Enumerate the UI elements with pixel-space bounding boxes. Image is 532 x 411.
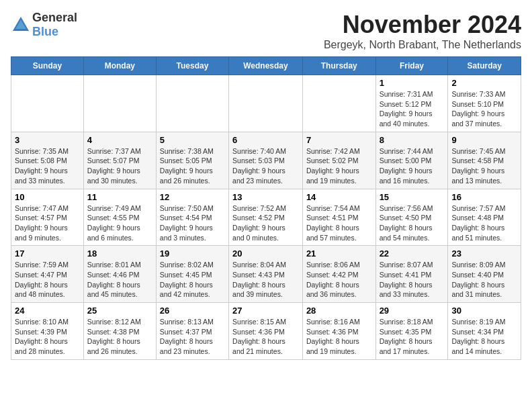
day-number: 20: [232, 248, 299, 259]
day-number: 19: [160, 248, 225, 259]
weekday-header: Monday: [83, 57, 156, 75]
month-title: November 2024: [324, 11, 521, 39]
calendar-cell: 7Sunrise: 7:42 AM Sunset: 5:02 PM Daylig…: [302, 132, 375, 189]
day-info: Sunrise: 8:16 AM Sunset: 4:36 PM Dayligh…: [306, 317, 372, 357]
day-info: Sunrise: 7:31 AM Sunset: 5:12 PM Dayligh…: [380, 89, 445, 129]
day-info: Sunrise: 7:44 AM Sunset: 5:00 PM Dayligh…: [380, 146, 445, 186]
calendar-week-row: 10Sunrise: 7:47 AM Sunset: 4:57 PM Dayli…: [11, 189, 521, 246]
day-number: 3: [15, 135, 80, 145]
day-info: Sunrise: 7:37 AM Sunset: 5:07 PM Dayligh…: [87, 146, 152, 186]
calendar-cell: [229, 75, 303, 132]
calendar-cell: 21Sunrise: 8:06 AM Sunset: 4:42 PM Dayli…: [302, 246, 375, 303]
weekday-header: Sunday: [11, 57, 84, 75]
calendar-cell: 15Sunrise: 7:56 AM Sunset: 4:50 PM Dayli…: [375, 189, 448, 246]
calendar-cell: 12Sunrise: 7:50 AM Sunset: 4:54 PM Dayli…: [156, 189, 228, 246]
calendar-cell: 5Sunrise: 7:38 AM Sunset: 5:05 PM Daylig…: [156, 132, 228, 189]
header: General Blue November 2024 Bergeyk, Nort…: [11, 11, 521, 51]
calendar-cell: 17Sunrise: 7:59 AM Sunset: 4:47 PM Dayli…: [11, 246, 84, 303]
day-info: Sunrise: 7:49 AM Sunset: 4:55 PM Dayligh…: [87, 203, 152, 243]
day-info: Sunrise: 8:01 AM Sunset: 4:46 PM Dayligh…: [87, 260, 152, 300]
calendar-cell: 14Sunrise: 7:54 AM Sunset: 4:51 PM Dayli…: [302, 189, 375, 246]
location-title: Bergeyk, North Brabant, The Netherlands: [324, 39, 521, 51]
day-number: 17: [15, 248, 80, 259]
calendar-cell: 8Sunrise: 7:44 AM Sunset: 5:00 PM Daylig…: [375, 132, 448, 189]
weekday-header: Tuesday: [156, 57, 228, 75]
day-number: 27: [232, 306, 299, 316]
day-number: 18: [87, 248, 152, 259]
calendar-cell: 26Sunrise: 8:13 AM Sunset: 4:37 PM Dayli…: [156, 303, 228, 360]
day-number: 23: [451, 248, 517, 259]
day-info: Sunrise: 8:15 AM Sunset: 4:36 PM Dayligh…: [232, 317, 299, 357]
calendar-cell: [302, 75, 375, 132]
calendar-cell: 13Sunrise: 7:52 AM Sunset: 4:52 PM Dayli…: [229, 189, 303, 246]
calendar-cell: 3Sunrise: 7:35 AM Sunset: 5:08 PM Daylig…: [11, 132, 84, 189]
day-info: Sunrise: 7:56 AM Sunset: 4:50 PM Dayligh…: [380, 203, 445, 243]
calendar-cell: [83, 75, 156, 132]
calendar-cell: 30Sunrise: 8:19 AM Sunset: 4:34 PM Dayli…: [448, 303, 521, 360]
logo: General Blue: [11, 11, 77, 39]
day-info: Sunrise: 8:18 AM Sunset: 4:35 PM Dayligh…: [380, 317, 445, 357]
day-number: 9: [451, 135, 517, 145]
day-number: 7: [306, 135, 372, 145]
day-info: Sunrise: 8:09 AM Sunset: 4:40 PM Dayligh…: [451, 260, 517, 300]
weekday-header-row: SundayMondayTuesdayWednesdayThursdayFrid…: [11, 57, 521, 75]
day-number: 22: [380, 248, 445, 259]
calendar-cell: [156, 75, 228, 132]
calendar-cell: 19Sunrise: 8:02 AM Sunset: 4:45 PM Dayli…: [156, 246, 228, 303]
day-info: Sunrise: 7:35 AM Sunset: 5:08 PM Dayligh…: [15, 146, 80, 186]
day-info: Sunrise: 7:47 AM Sunset: 4:57 PM Dayligh…: [15, 203, 80, 243]
day-number: 12: [160, 192, 225, 202]
logo-icon: [11, 15, 31, 35]
day-number: 14: [306, 192, 372, 202]
calendar-cell: 16Sunrise: 7:57 AM Sunset: 4:48 PM Dayli…: [448, 189, 521, 246]
day-number: 25: [87, 306, 152, 316]
calendar-cell: 22Sunrise: 8:07 AM Sunset: 4:41 PM Dayli…: [375, 246, 448, 303]
day-info: Sunrise: 8:10 AM Sunset: 4:39 PM Dayligh…: [15, 317, 80, 357]
title-section: November 2024 Bergeyk, North Brabant, Th…: [324, 11, 521, 51]
day-number: 8: [380, 135, 445, 145]
day-info: Sunrise: 7:42 AM Sunset: 5:02 PM Dayligh…: [306, 146, 372, 186]
calendar-table: SundayMondayTuesdayWednesdayThursdayFrid…: [11, 56, 521, 360]
calendar-cell: 24Sunrise: 8:10 AM Sunset: 4:39 PM Dayli…: [11, 303, 84, 360]
day-info: Sunrise: 8:04 AM Sunset: 4:43 PM Dayligh…: [232, 260, 299, 300]
day-info: Sunrise: 7:38 AM Sunset: 5:05 PM Dayligh…: [160, 146, 225, 186]
weekday-header: Wednesday: [229, 57, 303, 75]
day-number: 29: [380, 306, 445, 316]
day-info: Sunrise: 7:52 AM Sunset: 4:52 PM Dayligh…: [232, 203, 299, 243]
day-number: 24: [15, 306, 80, 316]
day-number: 26: [160, 306, 225, 316]
day-number: 13: [232, 192, 299, 202]
calendar-cell: 29Sunrise: 8:18 AM Sunset: 4:35 PM Dayli…: [375, 303, 448, 360]
weekday-header: Saturday: [448, 57, 521, 75]
calendar-cell: 9Sunrise: 7:45 AM Sunset: 4:58 PM Daylig…: [448, 132, 521, 189]
calendar-week-row: 24Sunrise: 8:10 AM Sunset: 4:39 PM Dayli…: [11, 303, 521, 360]
calendar-week-row: 3Sunrise: 7:35 AM Sunset: 5:08 PM Daylig…: [11, 132, 521, 189]
day-info: Sunrise: 8:06 AM Sunset: 4:42 PM Dayligh…: [306, 260, 372, 300]
day-info: Sunrise: 8:02 AM Sunset: 4:45 PM Dayligh…: [160, 260, 225, 300]
day-info: Sunrise: 7:54 AM Sunset: 4:51 PM Dayligh…: [306, 203, 372, 243]
day-info: Sunrise: 7:59 AM Sunset: 4:47 PM Dayligh…: [15, 260, 80, 300]
calendar-cell: 4Sunrise: 7:37 AM Sunset: 5:07 PM Daylig…: [83, 132, 156, 189]
weekday-header: Thursday: [302, 57, 375, 75]
day-number: 28: [306, 306, 372, 316]
calendar-cell: [11, 75, 84, 132]
calendar-cell: 27Sunrise: 8:15 AM Sunset: 4:36 PM Dayli…: [229, 303, 303, 360]
day-info: Sunrise: 7:45 AM Sunset: 4:58 PM Dayligh…: [451, 146, 517, 186]
calendar-week-row: 1Sunrise: 7:31 AM Sunset: 5:12 PM Daylig…: [11, 75, 521, 132]
day-info: Sunrise: 8:13 AM Sunset: 4:37 PM Dayligh…: [160, 317, 225, 357]
day-number: 4: [87, 135, 152, 145]
day-number: 11: [87, 192, 152, 202]
calendar-cell: 6Sunrise: 7:40 AM Sunset: 5:03 PM Daylig…: [229, 132, 303, 189]
calendar-cell: 20Sunrise: 8:04 AM Sunset: 4:43 PM Dayli…: [229, 246, 303, 303]
calendar-cell: 1Sunrise: 7:31 AM Sunset: 5:12 PM Daylig…: [375, 75, 448, 132]
day-info: Sunrise: 7:33 AM Sunset: 5:10 PM Dayligh…: [451, 89, 517, 129]
calendar-week-row: 17Sunrise: 7:59 AM Sunset: 4:47 PM Dayli…: [11, 246, 521, 303]
calendar-cell: 25Sunrise: 8:12 AM Sunset: 4:38 PM Dayli…: [83, 303, 156, 360]
calendar-cell: 18Sunrise: 8:01 AM Sunset: 4:46 PM Dayli…: [83, 246, 156, 303]
calendar-cell: 11Sunrise: 7:49 AM Sunset: 4:55 PM Dayli…: [83, 189, 156, 246]
day-number: 1: [380, 78, 445, 88]
day-number: 2: [451, 78, 517, 88]
day-number: 6: [232, 135, 299, 145]
calendar-cell: 28Sunrise: 8:16 AM Sunset: 4:36 PM Dayli…: [302, 303, 375, 360]
calendar-cell: 2Sunrise: 7:33 AM Sunset: 5:10 PM Daylig…: [448, 75, 521, 132]
